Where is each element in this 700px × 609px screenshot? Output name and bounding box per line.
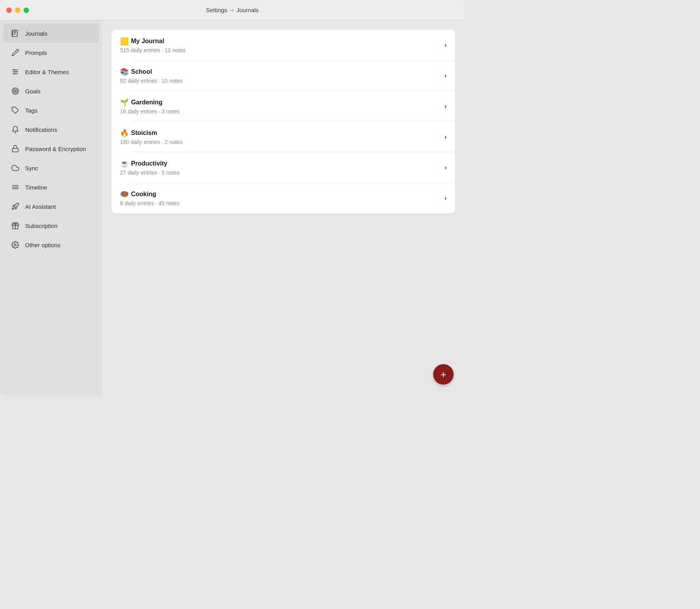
sliders-icon xyxy=(11,67,20,76)
chevron-right-icon: › xyxy=(445,133,447,140)
sidebar-label-goals: Goals xyxy=(25,88,40,95)
journal-name: 🌱 Gardening xyxy=(120,98,440,107)
close-button[interactable] xyxy=(6,7,12,13)
journal-emoji: 🟨 xyxy=(120,37,129,46)
sidebar-label-password-encryption: Password & Encryption xyxy=(25,146,86,152)
journal-row-my-journal[interactable]: 🟨 My Journal 515 daily entries · 12 note… xyxy=(111,30,455,60)
sidebar-label-timeline: Timeline xyxy=(25,184,47,191)
journal-info: 📚 School 82 daily entries · 10 notes xyxy=(120,67,440,84)
tag-icon xyxy=(11,106,20,115)
sidebar-item-notifications[interactable]: Notifications xyxy=(3,120,99,139)
journal-meta: 180 daily entries · 2 notes xyxy=(120,139,440,145)
content-area: 🟨 My Journal 515 daily entries · 12 note… xyxy=(102,20,465,396)
sidebar-item-timeline[interactable]: Timeline xyxy=(3,178,99,197)
journal-info: ☕ Productivity 27 daily entries · 5 note… xyxy=(120,159,440,176)
maximize-button[interactable] xyxy=(24,7,29,13)
svg-point-21 xyxy=(15,244,16,246)
journal-name: 🟨 My Journal xyxy=(120,37,440,46)
target-icon xyxy=(11,87,20,95)
journal-meta: 8 daily entries · 45 notes xyxy=(120,200,440,206)
chevron-right-icon: › xyxy=(445,195,447,202)
window-controls xyxy=(6,7,29,13)
chevron-right-icon: › xyxy=(445,72,447,79)
sidebar-label-journals: Journals xyxy=(25,30,47,37)
journal-name: 🍩 Cooking xyxy=(120,190,440,199)
sidebar-item-editor-themes[interactable]: Editor & Themes xyxy=(3,62,99,81)
journal-name: 🔥 Stoicism xyxy=(120,129,440,137)
sidebar-item-goals[interactable]: Goals xyxy=(3,82,99,100)
journal-emoji: 📚 xyxy=(120,67,129,76)
svg-point-13 xyxy=(15,90,16,91)
sidebar-item-sync[interactable]: Sync xyxy=(3,159,99,177)
sidebar-item-password-encryption[interactable]: Password & Encryption xyxy=(3,139,99,158)
journal-emoji: ☕ xyxy=(120,159,129,168)
sidebar-item-subscription[interactable]: Subscription xyxy=(3,216,99,235)
sidebar-label-sync: Sync xyxy=(25,165,38,171)
sidebar-label-editor-themes: Editor & Themes xyxy=(25,69,69,75)
journal-info: 🟨 My Journal 515 daily entries · 12 note… xyxy=(120,37,440,53)
chevron-right-icon: › xyxy=(445,42,447,49)
journal-emoji: 🍩 xyxy=(120,190,129,199)
gear-icon xyxy=(11,241,20,249)
rocket-icon xyxy=(11,202,20,211)
journal-meta: 16 daily entries · 3 notes xyxy=(120,108,440,115)
journal-info: 🌱 Gardening 16 daily entries · 3 notes xyxy=(120,98,440,115)
sidebar: Journals Prompts Editor & xyxy=(0,20,102,396)
sidebar-label-notifications: Notifications xyxy=(25,126,57,133)
journal-row-stoicism[interactable]: 🔥 Stoicism 180 daily entries · 2 notes › xyxy=(111,122,455,152)
journal-icon xyxy=(11,29,20,38)
journal-meta: 515 daily entries · 12 notes xyxy=(120,47,440,53)
window-title: Settings → Journals xyxy=(206,7,259,13)
journals-list: 🟨 My Journal 515 daily entries · 12 note… xyxy=(111,30,455,213)
svg-rect-0 xyxy=(13,30,17,37)
sidebar-item-ai-assistant[interactable]: AI Assistant xyxy=(3,197,99,216)
gift-icon xyxy=(11,221,20,230)
journal-name: ☕ Productivity xyxy=(120,159,440,168)
journal-emoji: 🔥 xyxy=(120,129,129,137)
journal-meta: 82 daily entries · 10 notes xyxy=(120,78,440,84)
journal-info: 🔥 Stoicism 180 daily entries · 2 notes xyxy=(120,129,440,145)
sidebar-item-prompts[interactable]: Prompts xyxy=(3,43,99,62)
svg-rect-15 xyxy=(13,148,18,152)
lock-icon xyxy=(11,144,20,153)
svg-point-9 xyxy=(15,71,16,72)
sidebar-label-other-options: Other options xyxy=(25,242,60,248)
main-layout: Journals Prompts Editor & xyxy=(0,20,465,396)
chevron-right-icon: › xyxy=(445,103,447,110)
plus-icon: + xyxy=(440,369,446,379)
sidebar-label-subscription: Subscription xyxy=(25,222,58,229)
journal-emoji: 🌱 xyxy=(120,98,129,107)
sidebar-label-tags: Tags xyxy=(25,107,38,114)
sidebar-item-journals[interactable]: Journals xyxy=(3,24,99,43)
chevron-right-icon: › xyxy=(445,164,447,171)
svg-point-10 xyxy=(14,73,15,74)
sidebar-label-ai-assistant: AI Assistant xyxy=(25,203,56,210)
cloud-icon xyxy=(11,164,20,172)
journal-row-cooking[interactable]: 🍩 Cooking 8 daily entries · 45 notes › xyxy=(111,183,455,213)
add-journal-button[interactable]: + xyxy=(433,364,454,385)
journal-info: 🍩 Cooking 8 daily entries · 45 notes xyxy=(120,190,440,206)
journal-row-gardening[interactable]: 🌱 Gardening 16 daily entries · 3 notes › xyxy=(111,91,455,122)
svg-point-12 xyxy=(13,89,17,93)
journal-row-school[interactable]: 📚 School 82 daily entries · 10 notes › xyxy=(111,60,455,91)
sidebar-label-prompts: Prompts xyxy=(25,49,47,56)
minimize-button[interactable] xyxy=(15,7,20,13)
titlebar: Settings → Journals xyxy=(0,0,465,20)
journal-name: 📚 School xyxy=(120,67,440,76)
svg-point-8 xyxy=(13,69,15,70)
sidebar-item-tags[interactable]: Tags xyxy=(3,101,99,120)
pencil-icon xyxy=(11,48,20,57)
svg-point-11 xyxy=(12,88,19,95)
journal-row-productivity[interactable]: ☕ Productivity 27 daily entries · 5 note… xyxy=(111,152,455,183)
journal-meta: 27 daily entries · 5 notes xyxy=(120,170,440,176)
bell-icon xyxy=(11,125,20,134)
sidebar-item-other-options[interactable]: Other options xyxy=(3,235,99,254)
timeline-icon xyxy=(11,183,20,191)
